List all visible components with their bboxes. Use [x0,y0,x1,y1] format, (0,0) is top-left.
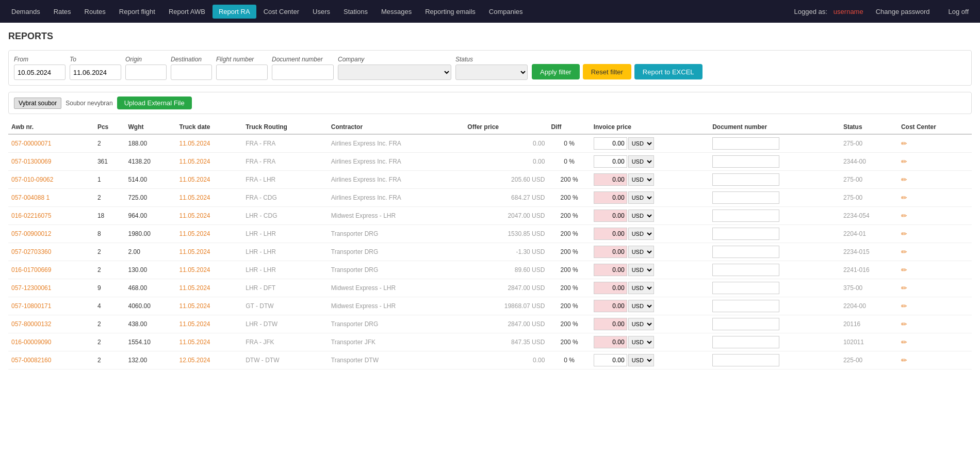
invoice-input[interactable] [594,210,627,222]
date-link[interactable]: 11.05.2024 [179,284,210,292]
nav-item-cost-center[interactable]: Cost Center [257,5,305,19]
awb-link[interactable]: 057-00900012 [11,230,51,237]
nav-item-reporting-emails[interactable]: Reporting emails [419,5,482,19]
doc-number-input[interactable] [712,173,779,186]
currency-select[interactable]: USDEURGBPCHF [628,228,654,240]
currency-select[interactable]: USDEURGBPCHF [628,210,654,222]
nav-item-messages[interactable]: Messages [375,5,418,19]
date-link[interactable]: 11.05.2024 [179,176,210,183]
date-link[interactable]: 11.05.2024 [179,339,210,346]
currency-select[interactable]: USDEURGBPCHF [628,264,654,276]
currency-select[interactable]: USDEURGBPCHF [628,282,654,294]
status-select[interactable] [455,65,528,80]
company-select[interactable] [338,65,451,80]
date-link[interactable]: 11.05.2024 [179,230,210,237]
awb-link[interactable]: 057-12300061 [11,284,51,292]
report-to-excel-button[interactable]: Report to EXCEL [634,64,703,79]
invoice-input[interactable] [594,137,627,150]
edit-icon[interactable]: ✏ [901,338,907,346]
awb-link[interactable]: 057-02703360 [11,248,51,255]
doc-number-input[interactable] [712,318,779,330]
nav-item-rates[interactable]: Rates [47,5,77,19]
date-link[interactable]: 11.05.2024 [179,302,210,310]
currency-select[interactable]: USDEURGBPCHF [628,318,654,330]
awb-link[interactable]: 057-00000071 [11,140,51,147]
choose-file-button[interactable]: Vybrat soubor [14,98,61,109]
invoice-input[interactable] [594,191,627,204]
edit-icon[interactable]: ✏ [901,284,907,292]
currency-select[interactable]: USDEURGBPCHF [628,300,654,312]
doc-number-input[interactable] [712,300,779,312]
awb-link[interactable]: 057-010-09062 [11,176,53,183]
invoice-input[interactable] [594,155,627,168]
origin-input[interactable] [125,65,167,80]
doc-number-input[interactable] [712,264,779,276]
awb-link[interactable]: 016-02216075 [11,212,51,219]
invoice-input[interactable] [594,300,627,312]
edit-icon[interactable]: ✏ [901,139,907,148]
invoice-input[interactable] [594,318,627,330]
nav-item-report-awb[interactable]: Report AWB [162,5,211,19]
currency-select[interactable]: USDEURGBPCHF [628,246,654,258]
currency-select[interactable]: USDEURGBPCHF [628,173,654,186]
doc-number-input[interactable] [712,282,779,294]
log-off-link[interactable]: Log off [942,5,975,19]
edit-icon[interactable]: ✏ [901,175,907,184]
awb-link[interactable]: 057-01300069 [11,158,51,165]
doc-number-input[interactable] [712,137,779,150]
nav-item-stations[interactable]: Stations [337,5,374,19]
invoice-input[interactable] [594,282,627,294]
currency-select[interactable]: USDEURGBPCHF [628,191,654,204]
edit-icon[interactable]: ✏ [901,212,907,220]
invoice-input[interactable] [594,246,627,258]
date-link[interactable]: 11.05.2024 [179,320,210,328]
date-link[interactable]: 12.05.2024 [179,357,210,364]
doc-number-input[interactable] [712,210,779,222]
nav-item-companies[interactable]: Companies [483,5,529,19]
edit-icon[interactable]: ✏ [901,302,907,310]
destination-input[interactable] [171,65,212,80]
nav-item-routes[interactable]: Routes [78,5,112,19]
invoice-input[interactable] [594,354,627,366]
apply-filter-button[interactable]: Apply filter [532,64,580,79]
change-password-link[interactable]: Change password [870,5,936,19]
awb-link[interactable]: 057-80000132 [11,320,51,328]
awb-link[interactable]: 016-00009090 [11,339,51,346]
doc-number-input[interactable] [712,155,779,168]
currency-select[interactable]: USDEURGBPCHF [628,137,654,150]
currency-select[interactable]: USDEURGBPCHF [628,354,654,366]
edit-icon[interactable]: ✏ [901,194,907,202]
date-link[interactable]: 11.05.2024 [179,140,210,147]
nav-item-demands[interactable]: Demands [5,5,46,19]
flight-number-input[interactable] [216,65,268,80]
edit-icon[interactable]: ✏ [901,356,907,364]
nav-item-report-flight[interactable]: Report flight [113,5,161,19]
awb-link[interactable]: 057-004088 1 [11,194,50,201]
reset-filter-button[interactable]: Reset filter [583,64,631,79]
doc-number-input[interactable] [712,354,779,366]
to-input[interactable] [70,65,121,80]
edit-icon[interactable]: ✏ [901,248,907,256]
date-link[interactable]: 11.05.2024 [179,248,210,255]
date-link[interactable]: 11.05.2024 [179,158,210,165]
currency-select[interactable]: USDEURGBPCHF [628,155,654,168]
document-number-input[interactable] [272,65,334,80]
doc-number-input[interactable] [712,191,779,204]
invoice-input[interactable] [594,264,627,276]
doc-number-input[interactable] [712,228,779,240]
nav-item-users[interactable]: Users [306,5,336,19]
awb-link[interactable]: 016-01700669 [11,266,51,274]
doc-number-input[interactable] [712,336,779,348]
invoice-input[interactable] [594,228,627,240]
edit-icon[interactable]: ✏ [901,230,907,238]
currency-select[interactable]: USDEURGBPCHF [628,336,654,348]
awb-link[interactable]: 057-10800171 [11,302,51,310]
invoice-input[interactable] [594,173,627,186]
doc-number-input[interactable] [712,246,779,258]
awb-link[interactable]: 057-00082160 [11,357,51,364]
edit-icon[interactable]: ✏ [901,157,907,166]
edit-icon[interactable]: ✏ [901,266,907,274]
date-link[interactable]: 11.05.2024 [179,194,210,201]
date-link[interactable]: 11.05.2024 [179,266,210,274]
nav-item-report-ra[interactable]: Report RA [213,5,256,19]
